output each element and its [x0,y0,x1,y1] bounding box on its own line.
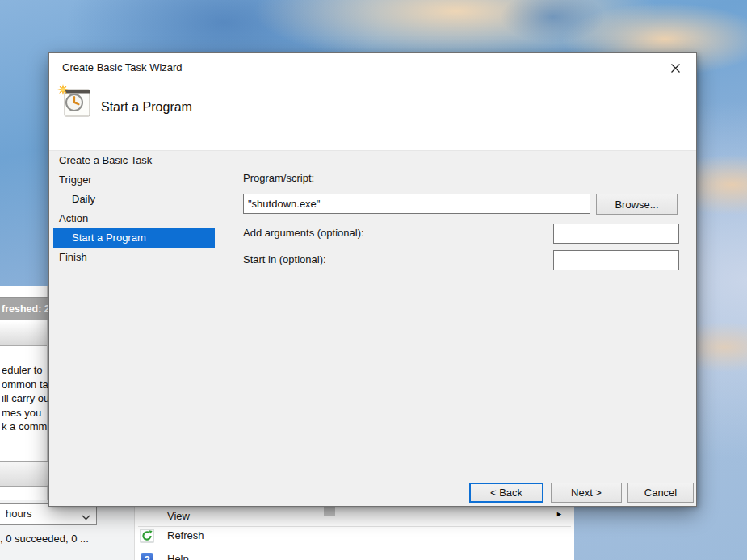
task-results-text: , 0 succeeded, 0 ... [0,533,89,545]
dialog-titlebar: Create Basic Task Wizard [49,53,696,82]
menu-item-refresh-label: Refresh [167,525,204,546]
description-line: ill carry ou [2,391,49,406]
menu-item-refresh[interactable]: Refresh [135,525,574,546]
wizard-nav-trigger[interactable]: Trigger [53,170,215,190]
description-line: ommon ta [2,378,49,392]
menu-item-view[interactable]: View ► [135,506,574,527]
refreshed-status-bar: freshed: 28 [0,297,48,320]
dialog-title: Create Basic Task Wizard [62,61,183,73]
actions-panel: View ► Refresh ? Help [134,499,574,560]
column-header-strip [0,322,47,346]
program-script-input[interactable] [243,194,590,214]
menu-item-view-label: View [167,506,190,527]
chevron-down-icon [82,511,90,523]
add-arguments-label: Add arguments (optional): [243,227,364,239]
create-basic-task-wizard-dialog: Create Basic Task Wizard Start a Program… [48,52,697,507]
close-button[interactable] [661,56,690,79]
back-button[interactable]: < Back [469,483,543,503]
refresh-icon [140,529,154,543]
cancel-button[interactable]: Cancel [627,483,694,503]
wizard-step-title: Start a Program [101,100,192,115]
help-icon: ? [140,552,154,560]
description-line: eduler to [2,363,49,378]
add-arguments-input[interactable] [553,224,679,244]
button-strip [0,461,48,487]
next-button[interactable]: Next > [551,483,622,503]
hours-dropdown-value: hours [6,504,32,524]
wizard-nav-finish[interactable]: Finish [53,248,215,267]
scheduled-task-icon [57,84,94,123]
close-icon [670,63,681,73]
description-line: mes you [2,406,49,420]
scrollbar-fragment[interactable] [324,506,335,516]
menu-item-help-label: Help [167,549,189,560]
program-script-label: Program/script: [243,172,314,184]
start-in-label: Start in (optional): [243,253,326,265]
wizard-nav-daily[interactable]: Daily [53,190,215,209]
wizard-nav-start-a-program[interactable]: Start a Program [53,228,215,248]
submenu-arrow-icon: ► [556,510,563,518]
wizard-header: Start a Program [49,82,696,150]
description-text-fragment: eduler to ommon ta ill carry ou mes you … [2,363,49,434]
menu-item-help[interactable]: ? Help [135,549,574,560]
description-line: k a comm [2,420,49,434]
start-in-input[interactable] [553,250,679,270]
wizard-body: Create a Basic Task Trigger Daily Action… [49,150,696,506]
wizard-nav-create-basic-task[interactable]: Create a Basic Task [53,151,215,170]
browse-button[interactable]: Browse... [596,194,678,215]
svg-text:?: ? [144,554,150,560]
wizard-nav-action[interactable]: Action [53,209,215,228]
